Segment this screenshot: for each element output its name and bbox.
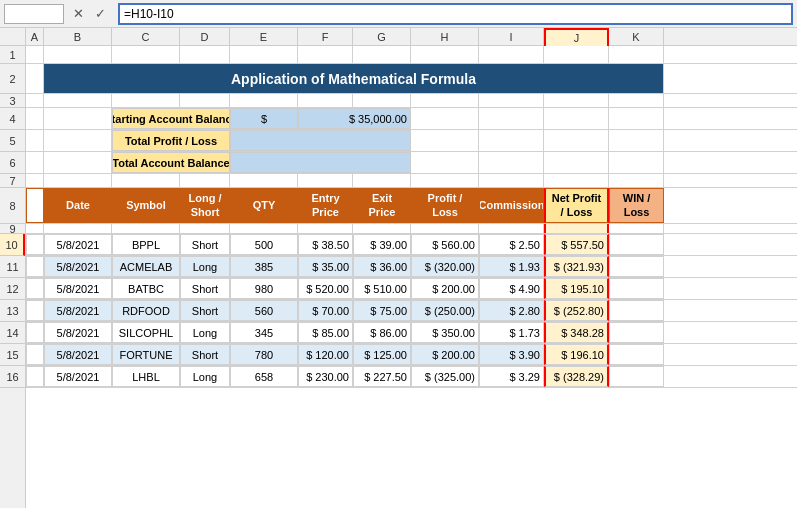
data-cell-row16-col8: $ 3.29 — [479, 366, 544, 387]
header-cell-2: Symbol — [112, 188, 180, 223]
data-cell-row15-col4: 780 — [230, 344, 298, 365]
data-cell-row11-col3: Long — [180, 256, 230, 277]
data-cell-row11-col10 — [609, 256, 664, 277]
row-num-6[interactable]: 6 — [0, 152, 25, 174]
confirm-icon[interactable]: ✓ — [90, 4, 110, 24]
data-cell-row14-col6: $ 86.00 — [353, 322, 411, 343]
row-num-11[interactable]: 11 — [0, 256, 25, 278]
starting-balance-label: Starting Account Balance — [112, 108, 230, 129]
data-row-10: 5/8/2021BPPLShort500$ 38.50$ 39.00$ 560.… — [26, 234, 797, 256]
data-cell-row14-col4: 345 — [230, 322, 298, 343]
data-cell-row12-col4: 980 — [230, 278, 298, 299]
row-num-2[interactable]: 2 — [0, 64, 25, 94]
col-header-I[interactable]: I — [479, 28, 544, 46]
col-header-J[interactable]: J — [544, 28, 609, 46]
row-num-13[interactable]: 13 — [0, 300, 25, 322]
row-num-5[interactable]: 5 — [0, 130, 25, 152]
header-cell-9: Net Profit / Loss — [544, 188, 609, 223]
data-cell-row12-col0 — [26, 278, 44, 299]
data-cell-row12-col1: 5/8/2021 — [44, 278, 112, 299]
col-header-E[interactable]: E — [230, 28, 298, 46]
data-cell-row14-col0 — [26, 322, 44, 343]
data-cell-row16-col1: 5/8/2021 — [44, 366, 112, 387]
data-cell-row13-col0 — [26, 300, 44, 321]
row-num-1[interactable]: 1 — [0, 46, 25, 64]
data-cell-row10-col8: $ 2.50 — [479, 234, 544, 255]
data-cell-row10-col0 — [26, 234, 44, 255]
data-cell-row10-col7: $ 560.00 — [411, 234, 479, 255]
col-header-C[interactable]: C — [112, 28, 180, 46]
col-header-A[interactable]: A — [26, 28, 44, 46]
col-header-F[interactable]: F — [298, 28, 353, 46]
data-cell-row16-col7: $ (325.00) — [411, 366, 479, 387]
data-cell-row11-col4: 385 — [230, 256, 298, 277]
col-header-H[interactable]: H — [411, 28, 479, 46]
title-cell: Application of Mathematical Formula — [44, 64, 664, 93]
row-num-7[interactable]: 7 — [0, 174, 25, 188]
data-cell-row10-col2: BPPL — [112, 234, 180, 255]
data-cell-row14-col2: SILCOPHL — [112, 322, 180, 343]
column-headers: ABCDEFGHIJK — [0, 28, 797, 46]
data-cell-row13-col5: $ 70.00 — [298, 300, 353, 321]
spreadsheet-grid: 12345678910111213141516 Application of M… — [0, 46, 797, 508]
row-1 — [26, 46, 797, 64]
formula-icons: ✕ ✓ — [68, 4, 114, 24]
data-cell-row10-col10 — [609, 234, 664, 255]
row-num-4[interactable]: 4 — [0, 108, 25, 130]
col-header-K[interactable]: K — [609, 28, 664, 46]
data-cell-row14-col10 — [609, 322, 664, 343]
data-cell-row15-col2: FORTUNE — [112, 344, 180, 365]
row-num-9[interactable]: 9 — [0, 224, 25, 234]
data-cell-row11-col6: $ 36.00 — [353, 256, 411, 277]
row-num-8[interactable]: 8 — [0, 188, 25, 224]
data-cell-row13-col9: $ (252.80) — [544, 300, 609, 321]
data-cell-row15-col10 — [609, 344, 664, 365]
total-account-balance-label: Total Account Balance — [112, 152, 230, 173]
col-header-D[interactable]: D — [180, 28, 230, 46]
data-cell-row15-col5: $ 120.00 — [298, 344, 353, 365]
row-num-15[interactable]: 15 — [0, 344, 25, 366]
data-cell-row11-col2: ACMELAB — [112, 256, 180, 277]
cancel-icon[interactable]: ✕ — [68, 4, 88, 24]
row-num-14[interactable]: 14 — [0, 322, 25, 344]
header-cell-3: Long / Short — [180, 188, 230, 223]
data-cell-row15-col9: $ 196.10 — [544, 344, 609, 365]
data-cell-row13-col8: $ 2.80 — [479, 300, 544, 321]
data-cell-row16-col5: $ 230.00 — [298, 366, 353, 387]
grid-content: Application of Mathematical FormulaStart… — [26, 46, 797, 508]
formula-input[interactable] — [118, 3, 793, 25]
data-cell-row11-col9: $ (321.93) — [544, 256, 609, 277]
data-cell-row12-col7: $ 200.00 — [411, 278, 479, 299]
starting-balance-value: $ 35,000.00 — [298, 108, 411, 129]
header-cell-10: WIN / Loss — [609, 188, 664, 223]
data-cell-row14-col3: Long — [180, 322, 230, 343]
data-cell-row13-col3: Short — [180, 300, 230, 321]
cell-reference-box[interactable] — [4, 4, 64, 24]
row-num-10[interactable]: 10 — [0, 234, 25, 256]
data-cell-row10-col1: 5/8/2021 — [44, 234, 112, 255]
row-3 — [26, 94, 797, 108]
data-cell-row11-col0 — [26, 256, 44, 277]
corner-cell — [0, 28, 26, 45]
data-cell-row16-col0 — [26, 366, 44, 387]
data-cell-row11-col1: 5/8/2021 — [44, 256, 112, 277]
data-cell-row13-col1: 5/8/2021 — [44, 300, 112, 321]
data-cell-row16-col3: Long — [180, 366, 230, 387]
row-num-16[interactable]: 16 — [0, 366, 25, 388]
header-cell-0 — [26, 188, 44, 223]
data-cell-row16-col2: LHBL — [112, 366, 180, 387]
data-cell-row15-col7: $ 200.00 — [411, 344, 479, 365]
data-cell-row13-col6: $ 75.00 — [353, 300, 411, 321]
data-cell-row12-col3: Short — [180, 278, 230, 299]
data-cell-row16-col9: $ (328.29) — [544, 366, 609, 387]
data-cell-row11-col5: $ 35.00 — [298, 256, 353, 277]
header-cell-7: Profit / Loss — [411, 188, 479, 223]
row-4-balance: Starting Account Balance$$ 35,000.00 — [26, 108, 797, 130]
data-cell-row12-col9: $ 195.10 — [544, 278, 609, 299]
row-num-12[interactable]: 12 — [0, 278, 25, 300]
row-num-3[interactable]: 3 — [0, 94, 25, 108]
data-cell-row14-col5: $ 85.00 — [298, 322, 353, 343]
col-header-G[interactable]: G — [353, 28, 411, 46]
formula-bar: ✕ ✓ — [0, 0, 797, 28]
col-header-B[interactable]: B — [44, 28, 112, 46]
